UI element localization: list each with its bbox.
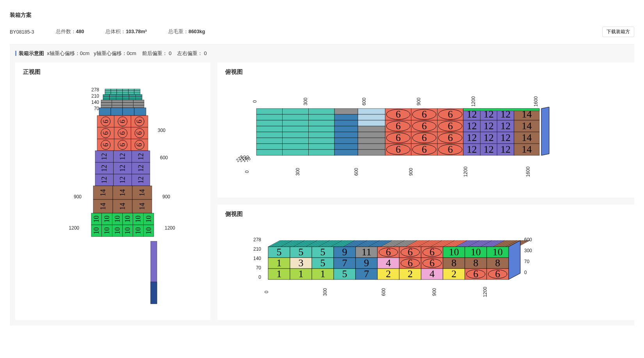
svg-text:6: 6 xyxy=(422,120,427,132)
svg-rect-25 xyxy=(123,94,129,96)
svg-text:278: 278 xyxy=(91,87,99,93)
stats-bar: BY08185-3 总件数：480 总体积：103.78m³ 总毛重：8603k… xyxy=(10,27,634,37)
svg-text:12: 12 xyxy=(100,165,108,172)
svg-rect-53 xyxy=(111,108,123,116)
svg-text:1: 1 xyxy=(299,268,304,280)
svg-rect-5 xyxy=(111,89,117,91)
svg-rect-23 xyxy=(110,94,116,96)
svg-rect-165 xyxy=(256,132,283,138)
svg-rect-182 xyxy=(334,138,358,144)
svg-text:14: 14 xyxy=(522,120,532,132)
svg-text:140: 140 xyxy=(91,100,99,105)
svg-text:6: 6 xyxy=(135,120,143,123)
svg-rect-162 xyxy=(256,126,283,132)
svg-text:6: 6 xyxy=(422,132,427,143)
svg-text:14: 14 xyxy=(138,203,146,210)
svg-text:10: 10 xyxy=(493,246,503,258)
svg-text:6: 6 xyxy=(396,144,401,155)
svg-text:2: 2 xyxy=(452,268,457,280)
svg-text:6: 6 xyxy=(448,120,453,132)
svg-text:210: 210 xyxy=(253,246,261,252)
svg-rect-14 xyxy=(128,91,134,93)
svg-rect-21 xyxy=(134,93,140,94)
svg-text:12: 12 xyxy=(137,153,145,160)
svg-text:6: 6 xyxy=(495,268,500,280)
front-view-title: 正视图 xyxy=(23,68,203,76)
svg-rect-4 xyxy=(105,89,111,91)
svg-rect-178 xyxy=(334,114,358,120)
svg-text:12: 12 xyxy=(100,176,108,183)
svg-text:6: 6 xyxy=(408,246,413,258)
svg-text:900: 900 xyxy=(432,288,437,296)
svg-rect-180 xyxy=(334,126,358,132)
svg-rect-40 xyxy=(101,100,112,103)
svg-text:600: 600 xyxy=(361,98,367,105)
svg-rect-12 xyxy=(117,91,123,93)
svg-text:6: 6 xyxy=(119,143,126,147)
svg-text:70: 70 xyxy=(524,259,530,264)
svg-rect-169 xyxy=(283,138,309,144)
svg-text:0: 0 xyxy=(524,270,527,275)
svg-text:5: 5 xyxy=(320,257,326,269)
svg-text:1200: 1200 xyxy=(482,287,488,297)
svg-rect-185 xyxy=(358,109,385,114)
svg-text:6: 6 xyxy=(102,132,110,135)
svg-text:12: 12 xyxy=(137,176,145,183)
stat-weight: 总毛重：8603kg xyxy=(168,28,205,35)
svg-rect-8 xyxy=(128,89,134,91)
svg-rect-9 xyxy=(134,89,140,91)
svg-rect-6 xyxy=(117,89,123,91)
svg-rect-184 xyxy=(334,150,358,155)
svg-text:14: 14 xyxy=(119,189,126,196)
svg-rect-177 xyxy=(334,109,358,114)
svg-rect-15 xyxy=(134,91,140,93)
svg-text:210: 210 xyxy=(91,93,99,99)
svg-rect-157 xyxy=(283,114,309,120)
svg-text:70: 70 xyxy=(94,106,100,111)
svg-text:12: 12 xyxy=(500,144,511,155)
svg-text:12: 12 xyxy=(119,176,126,183)
svg-rect-16 xyxy=(105,93,111,94)
svg-text:14: 14 xyxy=(138,189,146,196)
svg-text:600: 600 xyxy=(160,155,168,160)
svg-rect-155 xyxy=(308,109,334,114)
svg-marker-352 xyxy=(509,240,520,280)
svg-text:12: 12 xyxy=(100,153,108,160)
svg-rect-35 xyxy=(110,98,116,100)
svg-text:300: 300 xyxy=(158,128,165,133)
svg-text:300: 300 xyxy=(295,168,301,176)
svg-text:0: 0 xyxy=(252,100,258,103)
svg-text:0: 0 xyxy=(244,170,250,173)
stat-count: 总件数：480 xyxy=(56,28,84,35)
svg-text:10: 10 xyxy=(145,227,153,234)
svg-rect-183 xyxy=(334,144,358,150)
svg-text:6: 6 xyxy=(422,109,427,120)
svg-text:900: 900 xyxy=(74,194,82,199)
svg-text:6: 6 xyxy=(396,120,401,132)
svg-text:600: 600 xyxy=(524,237,532,242)
svg-text:1: 1 xyxy=(277,268,282,280)
svg-text:6: 6 xyxy=(408,257,413,269)
svg-rect-36 xyxy=(116,98,123,100)
svg-text:9: 9 xyxy=(364,257,369,269)
svg-rect-45 xyxy=(112,103,123,105)
svg-text:6: 6 xyxy=(430,246,435,258)
svg-rect-192 xyxy=(358,150,385,155)
svg-text:6: 6 xyxy=(119,120,126,123)
svg-rect-22 xyxy=(103,94,110,96)
svg-text:7: 7 xyxy=(342,257,347,269)
svg-rect-172 xyxy=(283,144,309,150)
svg-text:6: 6 xyxy=(396,109,401,120)
side-view-card: 侧视图 555911666101010135794668881115722426… xyxy=(217,205,643,320)
svg-text:10: 10 xyxy=(93,227,100,234)
download-button[interactable]: 下载装箱方 xyxy=(602,27,634,37)
svg-text:140: 140 xyxy=(253,256,261,261)
svg-rect-33 xyxy=(135,96,142,98)
svg-text:1600: 1600 xyxy=(525,166,531,177)
svg-rect-17 xyxy=(111,93,117,94)
svg-text:5: 5 xyxy=(277,246,282,258)
svg-text:14: 14 xyxy=(99,203,107,210)
svg-text:14: 14 xyxy=(522,132,532,143)
svg-text:12: 12 xyxy=(484,120,494,132)
svg-text:600: 600 xyxy=(354,168,359,176)
